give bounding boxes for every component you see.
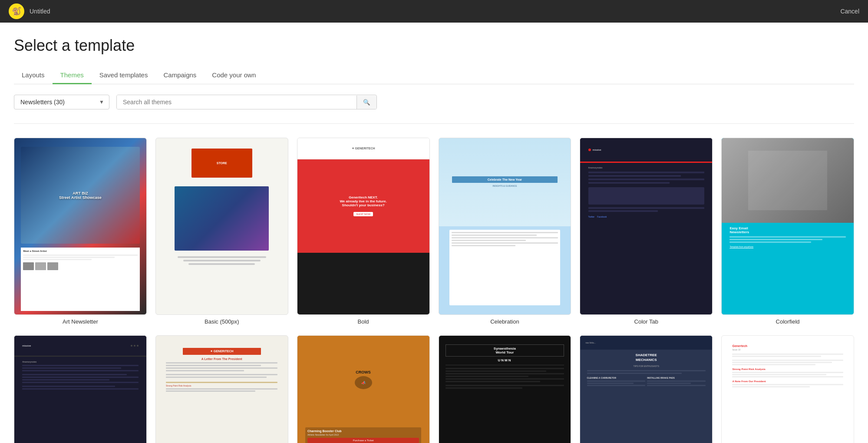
template-card-minimal[interactable]: Genertech Issue 10 Strong Point Risk Ana…	[721, 335, 854, 443]
template-card-art-newsletter[interactable]: ART BIZStreet Artist Showcase Meet a Str…	[14, 138, 147, 325]
template-card-basic-500px[interactable]: STORE Basic (500px)	[155, 138, 288, 325]
category-dropdown-wrapper: Newsletters (30) All Templates Featured …	[14, 95, 109, 109]
search-wrapper: 🔍	[116, 95, 377, 109]
template-card-colorfield[interactable]: Easy EmailNewsletters Template from anyw…	[721, 138, 854, 325]
tab-campaigns[interactable]: Campaigns	[155, 67, 204, 84]
template-thumbnail-mechanical: nav links... SHADETREEMECHANICS TIPS FOR…	[580, 335, 713, 443]
topbar-left: 🐒 Untitled	[9, 3, 50, 19]
search-input[interactable]	[117, 95, 356, 109]
template-card-easy-reader[interactable]: missive #memorynotes	[14, 335, 147, 443]
template-card-color-tab[interactable]: missive #memorynotes Twitter Facebook	[580, 138, 713, 325]
template-name-basic-500px: Basic (500px)	[155, 318, 288, 325]
template-thumbnail-minimal: Genertech Issue 10 Strong Point Risk Ana…	[721, 335, 854, 443]
filter-row: Newsletters (30) All Templates Featured …	[14, 95, 854, 109]
template-thumbnail-bold: ✦ GENERITECH Generitech NEXT.We already …	[297, 138, 430, 315]
cancel-button[interactable]: Cancel	[840, 8, 859, 15]
template-thumbnail-colorfield: Easy EmailNewsletters Template from anyw…	[721, 138, 854, 315]
mailchimp-logo: 🐒	[9, 3, 24, 19]
tab-layouts[interactable]: Layouts	[14, 67, 53, 84]
template-thumbnail-line-art: SynaesthesiaWorld Tour UNMN	[439, 335, 571, 443]
main-content: Select a template Layouts Themes Saved t…	[0, 23, 868, 443]
template-thumbnail-basic-500px: STORE	[155, 138, 288, 315]
template-grid-row2: missive #memorynotes	[14, 335, 854, 443]
template-card-celebration[interactable]: Celebrate The New Year INSIGHTS & GUIDAN…	[439, 138, 571, 325]
template-grid-row1: ART BIZStreet Artist Showcase Meet a Str…	[14, 138, 854, 325]
template-thumbnail-art-newsletter: ART BIZStreet Artist Showcase Meet a Str…	[14, 138, 147, 315]
search-icon: 🔍	[363, 99, 370, 106]
category-dropdown[interactable]: Newsletters (30) All Templates Featured	[14, 95, 109, 109]
template-thumbnail-easy-reader: missive #memorynotes	[14, 335, 147, 443]
template-name-color-tab: Color Tab	[580, 318, 713, 325]
template-card-indoor-sports[interactable]: CROWS 📣 Charming Booster Club Athletic N…	[297, 335, 430, 443]
template-thumbnail-celebration: Celebrate The New Year INSIGHTS & GUIDAN…	[439, 138, 571, 315]
document-title: Untitled	[30, 8, 50, 15]
topbar: 🐒 Untitled Cancel	[0, 0, 868, 23]
template-thumbnail-indoor-sports: CROWS 📣 Charming Booster Club Athletic N…	[297, 335, 430, 443]
search-button[interactable]: 🔍	[356, 96, 376, 109]
tab-saved-templates[interactable]: Saved templates	[92, 67, 156, 84]
template-thumbnail-elegant: ✦ GENERITECH A Letter From The President…	[155, 335, 288, 443]
template-thumbnail-color-tab: missive #memorynotes Twitter Facebook	[580, 138, 713, 315]
template-name-art-newsletter: Art Newsletter	[14, 318, 147, 325]
template-name-colorfield: Colorfield	[721, 318, 854, 325]
template-card-elegant[interactable]: ✦ GENERITECH A Letter From The President…	[155, 335, 288, 443]
template-name-bold: Bold	[297, 318, 430, 325]
tab-themes[interactable]: Themes	[53, 67, 92, 84]
template-name-celebration: Celebration	[439, 318, 571, 325]
tab-code-your-own[interactable]: Code your own	[204, 67, 264, 84]
template-card-mechanical[interactable]: nav links... SHADETREEMECHANICS TIPS FOR…	[580, 335, 713, 443]
tab-bar: Layouts Themes Saved templates Campaigns…	[14, 67, 854, 84]
logo-emoji: 🐒	[12, 7, 21, 16]
section-divider	[14, 123, 854, 124]
template-card-line-art[interactable]: SynaesthesiaWorld Tour UNMN Line Art	[439, 335, 571, 443]
page-title: Select a template	[14, 36, 854, 55]
template-card-bold[interactable]: ✦ GENERITECH Generitech NEXT.We already …	[297, 138, 430, 325]
